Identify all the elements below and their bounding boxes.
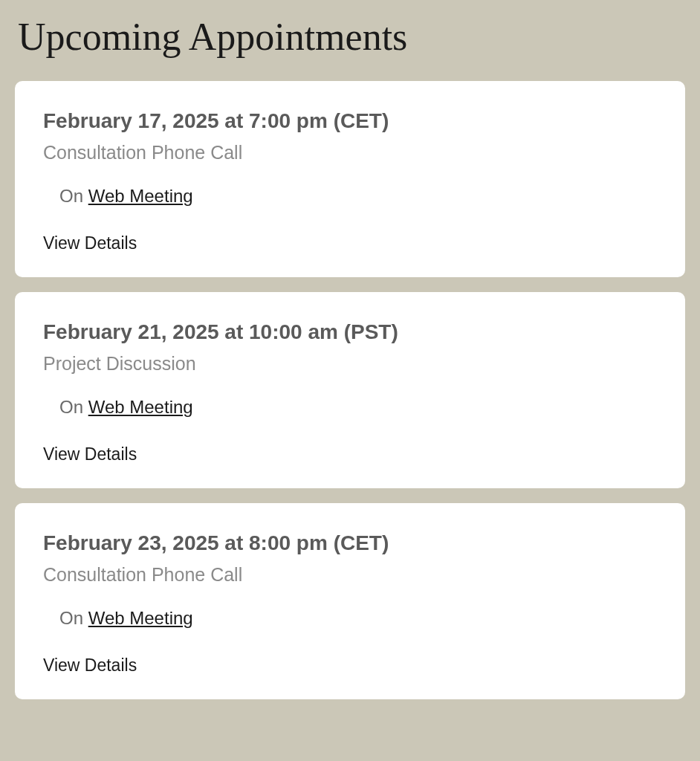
- appointment-location: On Web Meeting: [59, 397, 657, 418]
- view-details-link[interactable]: View Details: [43, 655, 137, 676]
- appointment-location: On Web Meeting: [59, 186, 657, 207]
- appointment-card: February 17, 2025 at 7:00 pm (CET) Consu…: [15, 81, 685, 277]
- appointment-datetime: February 21, 2025 at 10:00 am (PST): [43, 320, 657, 344]
- location-prefix: On: [59, 397, 88, 417]
- appointment-type: Consultation Phone Call: [43, 142, 657, 163]
- view-details-link[interactable]: View Details: [43, 444, 137, 464]
- web-meeting-link[interactable]: Web Meeting: [88, 397, 193, 417]
- web-meeting-link[interactable]: Web Meeting: [88, 608, 193, 628]
- appointment-card: February 21, 2025 at 10:00 am (PST) Proj…: [15, 292, 685, 488]
- appointment-type: Consultation Phone Call: [43, 564, 657, 586]
- appointments-list: February 17, 2025 at 7:00 pm (CET) Consu…: [15, 81, 685, 699]
- appointment-datetime: February 23, 2025 at 8:00 pm (CET): [43, 531, 657, 555]
- view-details-link[interactable]: View Details: [43, 233, 137, 253]
- appointment-datetime: February 17, 2025 at 7:00 pm (CET): [43, 109, 657, 133]
- page-title: Upcoming Appointments: [18, 15, 685, 59]
- location-prefix: On: [59, 186, 88, 206]
- appointment-location: On Web Meeting: [59, 608, 657, 629]
- location-prefix: On: [59, 608, 88, 628]
- appointment-type: Project Discussion: [43, 353, 657, 375]
- web-meeting-link[interactable]: Web Meeting: [88, 186, 193, 206]
- appointment-card: February 23, 2025 at 8:00 pm (CET) Consu…: [15, 503, 685, 699]
